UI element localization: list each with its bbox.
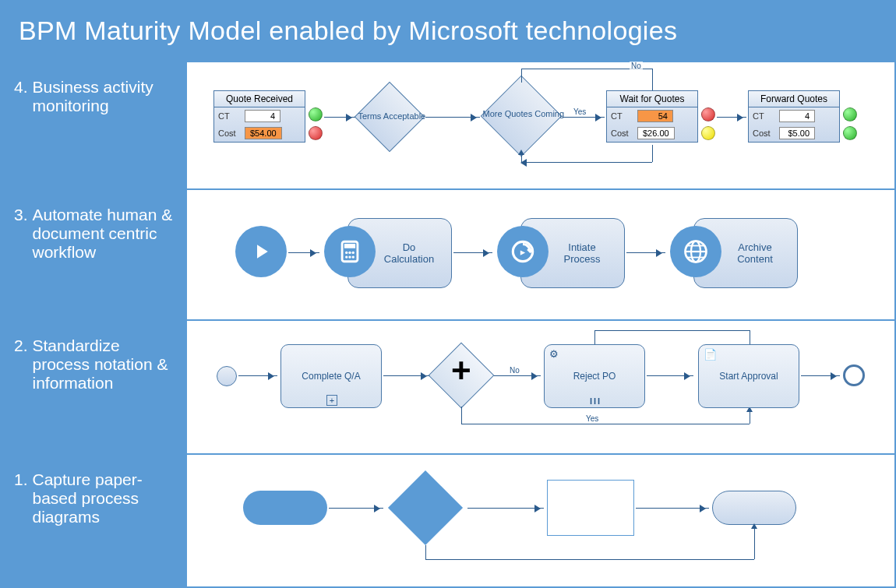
row-1-label: 1. Capture paper-based process diagrams — [2, 455, 187, 586]
stage3-label: Archive Content — [724, 241, 786, 265]
arrow-icon — [801, 375, 840, 376]
bam-box-wait-for-quotes: Wait for Quotes CT54 Cost$26.00 — [606, 90, 698, 143]
row-2-label: 2. Standardize process notation & inform… — [2, 321, 187, 453]
arrow-icon — [467, 508, 544, 509]
row-2: 2. Standardize process notation & inform… — [2, 319, 894, 453]
bam-box3-cost-val: $5.00 — [779, 127, 815, 139]
line-icon — [594, 330, 595, 344]
bam-box-quote-received: Quote Received CT4 Cost$54.00 — [213, 90, 305, 143]
arrow-icon — [383, 375, 430, 376]
arrow-icon — [329, 508, 383, 509]
decision-diamond-icon — [388, 470, 463, 545]
row-4-text: Business activity monitoring — [33, 78, 175, 115]
process-cycle-icon — [497, 226, 549, 277]
svg-point-2 — [345, 252, 347, 254]
decision1-label: Terms Acceptable — [345, 111, 439, 121]
arrow-icon — [324, 117, 355, 118]
row-4-content: Quote Received CT4 Cost$54.00 Terms Acce… — [187, 62, 894, 188]
row-4-num: 4. — [14, 78, 28, 97]
svg-point-7 — [352, 255, 355, 258]
stage1-label: Do Calculation — [378, 241, 440, 265]
row-3-text: Automate human & document centric workfl… — [33, 206, 175, 262]
bpmn-task1-label: Complete Q/A — [302, 371, 360, 382]
arrow-icon — [288, 252, 319, 253]
stage2-label: Intiate Process — [551, 241, 613, 265]
bpmn-task-reject-po: Reject PO ⚙ III — [544, 344, 645, 408]
bpmn-start-event-icon — [217, 366, 237, 386]
row-3-num: 3. — [14, 206, 28, 224]
status-dot-red-icon — [701, 107, 715, 121]
row-2-num: 2. — [14, 336, 28, 355]
bam-box1-ct-lbl: CT — [218, 111, 240, 121]
decision2-label: More Quotes Coming — [477, 109, 570, 118]
arrowhead-up-icon — [751, 520, 757, 529]
row-1: 1. Capture paper-based process diagrams — [2, 453, 894, 586]
bam-box2-ct-lbl: CT — [611, 111, 633, 121]
arrow-icon — [626, 252, 665, 253]
arrow-icon — [647, 375, 693, 376]
edge-yes: Yes — [584, 414, 600, 423]
edge-yes: Yes — [572, 107, 587, 116]
line-icon — [521, 162, 652, 163]
row-1-num: 1. — [14, 470, 28, 489]
subprocess-marker-icon: + — [326, 395, 337, 406]
bam-box3-cost-lbl: Cost — [753, 129, 774, 138]
status-dot-green-icon — [309, 107, 323, 121]
line-icon — [652, 145, 653, 162]
svg-point-3 — [348, 252, 351, 254]
svg-point-4 — [352, 252, 355, 254]
line-icon — [594, 330, 750, 331]
svg-point-6 — [348, 255, 351, 258]
decision-terms-acceptable: Terms Acceptable — [355, 82, 425, 153]
bam-box2-cost-val: $26.00 — [637, 127, 675, 139]
bam-box3-title: Forward Quotes — [749, 91, 839, 107]
line-icon — [521, 69, 522, 83]
arrow-icon — [425, 117, 480, 118]
script-task-icon: 📄 — [704, 348, 717, 361]
edge-no: No — [630, 62, 643, 70]
row-3-label: 3. Automate human & document centric wor… — [2, 190, 187, 319]
row-1-content — [187, 455, 894, 586]
rows-container: 4. Business activity monitoring Quote Re… — [2, 60, 894, 586]
page-title: BPM Maturity Model enabled by Microsoft … — [2, 2, 894, 60]
status-dot-green-icon — [843, 107, 857, 121]
bam-box1-ct-val: 4 — [245, 110, 280, 122]
arrow-icon — [494, 375, 541, 376]
bam-box2-ct-val: 54 — [637, 110, 673, 122]
row-1-text: Capture paper-based process diagrams — [33, 470, 175, 526]
arrow-icon — [717, 117, 746, 118]
bam-box2-title: Wait for Quotes — [607, 91, 697, 107]
calculator-icon — [324, 226, 376, 277]
globe-icon — [670, 226, 721, 277]
terminator-start-icon — [243, 491, 327, 525]
arrow-icon — [238, 375, 277, 376]
bpmn-task-complete-qa: Complete Q/A + — [280, 344, 382, 408]
line-icon — [461, 424, 750, 424]
bam-box3-ct-val: 4 — [779, 110, 815, 122]
play-icon — [235, 226, 287, 277]
service-task-gear-icon: ⚙ — [549, 348, 559, 360]
bam-box1-cost-lbl: Cost — [218, 129, 240, 138]
line-icon — [652, 69, 653, 90]
row-3: 3. Automate human & document centric wor… — [2, 188, 894, 319]
svg-rect-1 — [344, 244, 355, 248]
status-dot-green-icon — [843, 126, 857, 140]
row-2-text: Standardize process notation & informati… — [33, 336, 175, 393]
bpmn-task-start-approval: Start Approval 📄 — [698, 344, 799, 408]
edge-no: No — [508, 366, 521, 375]
row-4-label: 4. Business activity monitoring — [2, 62, 187, 188]
row-4: 4. Business activity monitoring Quote Re… — [2, 60, 894, 188]
process-rect-icon — [547, 480, 634, 536]
arrow-icon — [563, 117, 605, 118]
bpmn-task2-label: Reject PO — [573, 371, 616, 382]
arrow-icon — [453, 252, 492, 253]
bpmn-gateway: + — [429, 343, 495, 409]
bpmn-task3-label: Start Approval — [719, 371, 778, 382]
gateway-plus-icon: + — [451, 351, 471, 390]
bam-box-forward-quotes: Forward Quotes CT4 Cost$5.00 — [748, 90, 840, 143]
line-icon — [425, 545, 426, 559]
bam-box3-ct-lbl: CT — [753, 111, 774, 121]
bam-box2-cost-lbl: Cost — [611, 129, 633, 138]
arrowhead-up-icon — [518, 146, 524, 155]
arrow-icon — [636, 508, 709, 509]
